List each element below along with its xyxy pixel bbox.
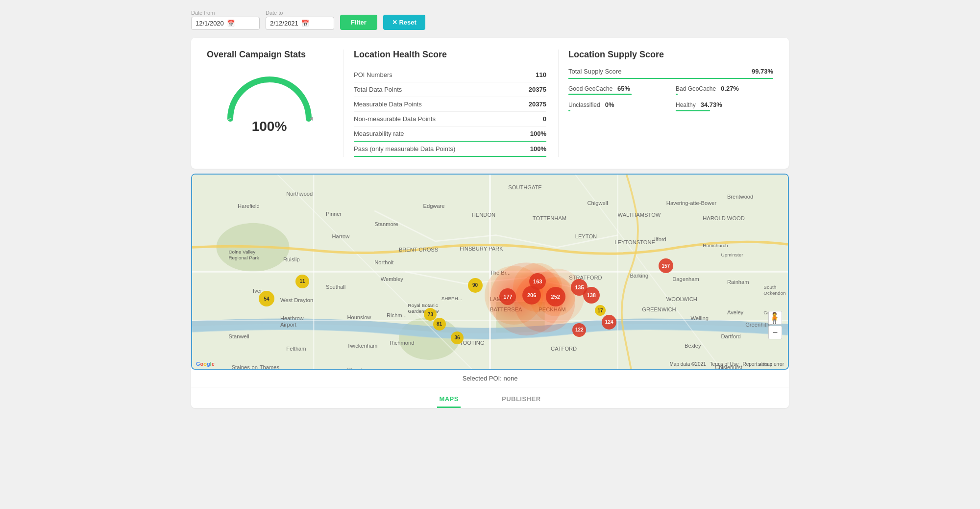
- svg-text:BRENT CROSS: BRENT CROSS: [399, 247, 438, 253]
- date-to-value: 2/12/2021: [270, 20, 298, 27]
- health-stat-row: Measurable Data Points 20375: [354, 97, 546, 112]
- health-stat-value: 100%: [530, 145, 546, 153]
- health-stat-row: Total Data Points 20375: [354, 82, 546, 97]
- map-cluster-marker[interactable]: 122: [572, 323, 586, 337]
- supply-item: Good GeoCache 65%: [568, 85, 666, 95]
- map-card: Harefield Northwood Pinner Harrow Stanmo…: [191, 174, 789, 408]
- svg-text:West Drayton: West Drayton: [280, 297, 313, 303]
- tab-maps[interactable]: MAPS: [437, 391, 461, 408]
- date-from-field: Date from 12/1/2020 📅: [191, 10, 260, 30]
- health-stat-value: 0: [543, 115, 546, 123]
- svg-text:WALTHAMSTOW: WALTHAMSTOW: [618, 212, 661, 218]
- supply-total-label: Total Supply Score: [568, 68, 621, 75]
- svg-text:Edgware: Edgware: [423, 203, 445, 209]
- supply-item-header: Unclassified 0%: [568, 101, 666, 108]
- map-attribution: Map data ©2021 Terms of Use Report a map…: [670, 361, 784, 367]
- svg-text:Chigwell: Chigwell: [588, 200, 608, 206]
- stats-card: Overall Campaign Stats 100% Location Hea…: [191, 38, 789, 169]
- tab-publisher[interactable]: PUBLISHER: [500, 391, 543, 408]
- health-stat-value: 100%: [530, 130, 546, 137]
- map-cluster-marker[interactable]: 36: [451, 331, 464, 344]
- svg-text:Brentwood: Brentwood: [727, 194, 753, 200]
- health-stat-row: POI Numbers 110: [354, 68, 546, 82]
- map-cluster-marker[interactable]: 124: [602, 315, 616, 330]
- report-link[interactable]: Report a map error: [743, 361, 784, 367]
- map-cluster-marker[interactable]: 90: [468, 278, 483, 293]
- health-stat-label: Measurability rate: [354, 130, 404, 137]
- campaign-stats-title: Overall Campaign Stats: [207, 50, 332, 60]
- svg-text:Wembley: Wembley: [381, 276, 404, 282]
- health-score-section: Location Health Score POI Numbers 110 To…: [354, 50, 559, 157]
- svg-text:Northolt: Northolt: [374, 259, 394, 265]
- supply-item-header: Bad GeoCache 0.27%: [676, 85, 773, 92]
- supply-total-row: Total Supply Score 99.73%: [568, 68, 773, 79]
- svg-text:WOOLWICH: WOOLWICH: [666, 296, 697, 302]
- svg-text:Richm...: Richm...: [387, 312, 407, 318]
- supply-item-label: Bad GeoCache: [676, 85, 716, 92]
- map-cluster-marker[interactable]: 17: [595, 305, 606, 316]
- svg-text:CATFORD: CATFORD: [551, 346, 577, 352]
- svg-text:Ockendon: Ockendon: [763, 290, 785, 296]
- map-cluster-marker[interactable]: 157: [659, 258, 673, 273]
- map-cluster-marker[interactable]: 138: [583, 287, 600, 304]
- svg-text:South: South: [763, 284, 776, 290]
- svg-text:Pinner: Pinner: [326, 211, 342, 217]
- filter-button[interactable]: Filter: [340, 15, 377, 30]
- map-cluster-marker[interactable]: 81: [433, 318, 446, 331]
- svg-text:Twickenham: Twickenham: [347, 343, 377, 349]
- svg-text:Hornchurch: Hornchurch: [703, 243, 728, 248]
- svg-text:Welling: Welling: [690, 315, 708, 321]
- supply-item-header: Healthy 34.73%: [676, 101, 773, 108]
- date-to-input[interactable]: 2/12/2021 📅: [266, 17, 334, 30]
- map-cluster-marker[interactable]: 252: [546, 287, 565, 306]
- date-from-label: Date from: [191, 10, 260, 16]
- svg-text:HAROLD WOOD: HAROLD WOOD: [703, 215, 745, 221]
- svg-text:Aveley: Aveley: [727, 309, 744, 315]
- supply-item-pct: 65%: [617, 85, 630, 92]
- supply-item-label: Healthy: [676, 102, 696, 108]
- svg-text:Barking: Barking: [630, 273, 648, 279]
- tab-bar: MAPS PUBLISHER: [191, 387, 789, 408]
- date-from-input[interactable]: 12/1/2020 📅: [191, 17, 260, 30]
- supply-item-label: Good GeoCache: [568, 85, 612, 92]
- pegman-icon[interactable]: 🧍: [768, 312, 781, 325]
- svg-text:Hounslow: Hounslow: [347, 314, 371, 320]
- svg-text:Ruislip: Ruislip: [283, 256, 299, 262]
- supply-total-value: 99.73%: [752, 68, 773, 75]
- gauge-percent: 100%: [252, 119, 287, 134]
- map-cluster-marker[interactable]: 54: [259, 291, 274, 306]
- map-placeholder: Harefield Northwood Pinner Harrow Stanmo…: [192, 175, 788, 369]
- supply-grid: Good GeoCache 65% Bad GeoCache 0.27% Unc…: [568, 85, 773, 111]
- svg-text:Harrow: Harrow: [332, 233, 350, 239]
- svg-text:Upminster: Upminster: [721, 252, 744, 257]
- supply-bar: [676, 94, 678, 95]
- reset-button[interactable]: ✕ Reset: [383, 15, 425, 30]
- map-section[interactable]: Harefield Northwood Pinner Harrow Stanmo…: [191, 174, 789, 370]
- date-to-field: Date to 2/12/2021 📅: [266, 10, 334, 30]
- zoom-out-button[interactable]: −: [768, 326, 782, 339]
- health-score-title: Location Health Score: [354, 50, 546, 60]
- svg-text:Stanmore: Stanmore: [374, 221, 398, 227]
- supply-bar: [568, 110, 570, 111]
- supply-item: Healthy 34.73%: [676, 101, 773, 111]
- selected-poi: Selected POI: none: [191, 370, 789, 387]
- svg-text:Feltham: Feltham: [286, 346, 306, 352]
- health-stat-label: Pass (only measurable Data Points): [354, 145, 455, 153]
- svg-text:GREENWICH: GREENWICH: [642, 306, 676, 312]
- supply-bar: [568, 94, 632, 95]
- svg-text:Rainham: Rainham: [727, 279, 749, 285]
- gauge-svg: [220, 70, 318, 124]
- health-stat-label: Non-measurable Data Points: [354, 115, 436, 123]
- map-data-text: Map data ©2021: [670, 361, 706, 367]
- map-cluster-marker[interactable]: 163: [529, 273, 546, 290]
- svg-text:Dagenham: Dagenham: [672, 276, 699, 282]
- supply-item-pct: 0.27%: [721, 85, 739, 92]
- svg-text:Royal Botanic: Royal Botanic: [408, 303, 438, 308]
- supply-item: Bad GeoCache 0.27%: [676, 85, 773, 95]
- supply-item-pct: 34.73%: [701, 101, 722, 108]
- map-background: Harefield Northwood Pinner Harrow Stanmo…: [192, 175, 788, 369]
- map-cluster-marker[interactable]: 177: [499, 288, 516, 305]
- map-cluster-marker[interactable]: 11: [295, 275, 309, 288]
- svg-text:Airport: Airport: [280, 322, 297, 328]
- terms-link[interactable]: Terms of Use: [710, 361, 739, 367]
